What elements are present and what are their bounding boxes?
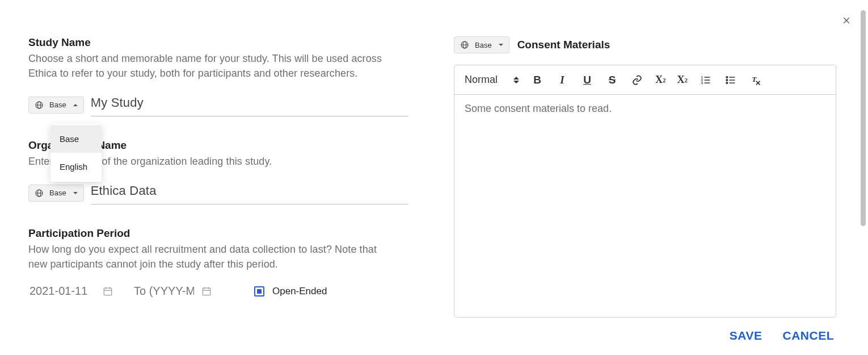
dropdown-item-base[interactable]: Base [50, 125, 102, 153]
bullet-list-button[interactable] [724, 73, 738, 87]
link-button[interactable] [630, 73, 644, 87]
study-name-title: Study Name [28, 36, 408, 49]
paragraph-style-select[interactable]: Normal [465, 74, 519, 86]
svg-point-29 [726, 79, 728, 81]
consent-language-dropdown[interactable]: Base [454, 36, 509, 53]
calendar-icon [201, 286, 212, 297]
consent-title: Consent Materials [517, 39, 610, 51]
caret-up-icon [73, 104, 78, 106]
svg-rect-8 [104, 288, 111, 295]
ordered-list-button[interactable]: 123 [699, 73, 713, 87]
save-button[interactable]: SAVE [730, 329, 762, 343]
participation-section: Participation Period How long do you exp… [28, 227, 408, 298]
participation-title: Participation Period [28, 227, 408, 240]
study-name-desc: Choose a short and memorable name for yo… [28, 51, 397, 81]
caret-down-icon [499, 44, 503, 46]
dialog-footer: SAVE CANCEL [0, 321, 868, 355]
editor-toolbar: Normal B I U S X2 X2 123 [454, 65, 836, 95]
dropdown-item-english[interactable]: English [50, 153, 102, 181]
globe-icon [35, 189, 44, 198]
start-date-input[interactable] [28, 284, 96, 298]
globe-icon [460, 40, 469, 49]
lang-btn-label: Base [475, 41, 492, 49]
superscript-button[interactable]: X2 [677, 73, 688, 87]
strikethrough-button[interactable]: S [605, 73, 619, 87]
caret-down-icon [73, 192, 78, 194]
org-name-language-dropdown[interactable]: Base [28, 185, 84, 202]
study-name-language-dropdown[interactable]: Base [28, 97, 84, 114]
open-ended-label: Open-Ended [272, 286, 327, 297]
cancel-button[interactable]: CANCEL [783, 329, 835, 343]
subscript-button[interactable]: X2 [655, 73, 666, 87]
svg-point-30 [726, 82, 728, 83]
globe-icon [35, 101, 44, 110]
svg-point-28 [726, 76, 728, 78]
study-name-section: Study Name Choose a short and memorable … [28, 36, 408, 116]
study-name-input[interactable] [91, 93, 408, 116]
underline-button[interactable]: U [580, 73, 594, 87]
bold-button[interactable]: B [530, 73, 544, 87]
end-date-input [133, 284, 195, 298]
svg-text:T: T [752, 75, 757, 83]
participation-desc: How long do you expect all recruitment a… [28, 242, 397, 272]
clear-formatting-button[interactable]: T [749, 73, 762, 87]
italic-button[interactable]: I [555, 73, 569, 87]
open-ended-checkbox[interactable] [254, 286, 264, 296]
language-dropdown-menu: Base English [50, 124, 102, 182]
consent-editor: Normal B I U S X2 X2 123 [454, 65, 836, 318]
sort-caret-icon [513, 77, 519, 83]
consent-text-area[interactable]: Some consent materials to read. [454, 95, 836, 317]
svg-rect-12 [203, 288, 210, 295]
org-name-input[interactable] [91, 181, 408, 204]
paragraph-style-label: Normal [465, 74, 498, 86]
lang-btn-label: Base [49, 101, 66, 109]
calendar-icon[interactable] [102, 286, 113, 297]
svg-text:3: 3 [701, 81, 703, 84]
lang-btn-label: Base [49, 189, 66, 197]
